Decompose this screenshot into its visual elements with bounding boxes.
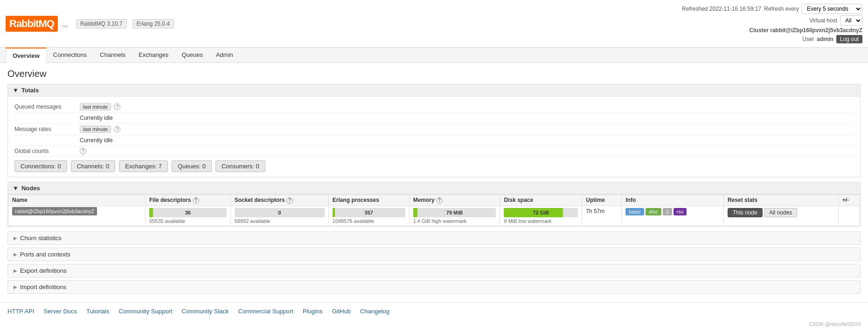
memory-help[interactable]: ?: [436, 197, 443, 204]
rabbitmq-version: RabbitMQ 3.10.7: [76, 19, 127, 28]
collapsible-header[interactable]: ▶ Import definitions: [8, 281, 860, 293]
collapsible-header[interactable]: ▶ Ports and contexts: [8, 248, 860, 261]
queued-messages-value: last minute ?: [80, 103, 120, 111]
table-row: rabbit@iZbp160pvxn2j5vb3acdnyZ 36 65535 …: [8, 206, 860, 226]
collapsible-label: Import definitions: [20, 284, 66, 290]
all-nodes-button[interactable]: All nodes: [764, 208, 797, 217]
socket-desc-value: 0: [278, 210, 281, 215]
node-name: rabbit@iZbp160pvxn2j5vb3acdnyZ: [12, 207, 97, 215]
nav: OverviewConnectionsChannelsExchangesQueu…: [0, 48, 868, 63]
count-buttons: Connections: 0 Channels: 0 Exchanges: 7 …: [14, 160, 854, 172]
nav-tab-admin[interactable]: Admin: [209, 48, 240, 62]
logout-button[interactable]: Log out: [836, 35, 862, 43]
nodes-body: Name File descriptors ? Socket descripto…: [8, 194, 860, 226]
footer-link-tutorials[interactable]: Tutorials: [86, 308, 109, 315]
nodes-header[interactable]: ▼ Nodes: [8, 182, 860, 194]
memory-cell: 79 MiB 1.4 GiB high watermark: [409, 206, 500, 226]
reset-stats-cell: This node All nodes: [723, 206, 838, 226]
refresh-select[interactable]: Every 5 seconds Every 10 seconds Every 3…: [802, 4, 862, 14]
this-node-button[interactable]: This node: [728, 208, 763, 217]
erlang-proc-cell: 357 1048576 available: [328, 206, 409, 226]
currently-idle-row-1: Currently idle: [14, 113, 854, 124]
col-disk: Disk space: [500, 195, 582, 206]
nav-tab-exchanges[interactable]: Exchanges: [132, 48, 175, 62]
footer-link-github[interactable]: GitHub: [332, 308, 351, 315]
disk-cell: 72 GiB 8 MiB low watermark: [500, 206, 582, 226]
col-socket-desc: Socket descriptors ?: [230, 195, 328, 206]
nav-tab-queues[interactable]: Queues: [175, 48, 209, 62]
logo-tm: TM: [62, 24, 68, 29]
collapsible-section-import-definitions: ▶ Import definitions: [7, 280, 861, 294]
collapse-arrow-icon: ▶: [14, 284, 17, 290]
page-title: Overview: [7, 69, 861, 79]
totals-header[interactable]: ▼ Totals: [8, 84, 860, 97]
footer-link-server-docs[interactable]: Server Docs: [44, 308, 77, 315]
memory-value: 79 MiB: [446, 210, 463, 215]
socket-desc-help[interactable]: ?: [286, 197, 293, 204]
collapsible-label: Ports and contexts: [20, 251, 70, 258]
vhost-select[interactable]: All: [840, 15, 862, 26]
queued-messages-help[interactable]: ?: [114, 104, 120, 110]
message-rates-badge: last minute: [80, 125, 111, 133]
col-name: Name: [8, 195, 146, 206]
channels-count-btn[interactable]: Channels: 0: [71, 160, 115, 172]
col-memory: Memory ?: [409, 195, 500, 206]
collapsible-label: Churn statistics: [20, 235, 62, 242]
last-minute-badge: last minute: [80, 103, 111, 111]
file-desc-value: 36: [185, 210, 191, 215]
erlang-proc-available: 1048576 available: [333, 218, 405, 224]
info-badge-disc[interactable]: disc: [646, 208, 661, 215]
queues-count-btn[interactable]: Queues: 0: [172, 160, 212, 172]
collapse-arrow-icon: ▶: [14, 268, 17, 273]
currently-idle-2: Currently idle: [80, 137, 113, 144]
footer: HTTP APIServer DocsTutorialsCommunity Su…: [0, 302, 868, 319]
global-counts-help[interactable]: ?: [80, 148, 86, 154]
col-file-desc: File descriptors ?: [146, 195, 231, 206]
connections-count-btn[interactable]: Connections: 0: [14, 160, 67, 172]
refresh-row: Refreshed 2022-11-16 16:59:17 Refresh ev…: [682, 4, 862, 14]
user-value: admin: [817, 36, 833, 42]
nodes-table: Name File descriptors ? Socket descripto…: [8, 194, 860, 226]
version-info: RabbitMQ 3.10.7 Erlang 25.0.4: [76, 19, 174, 28]
collapsible-section-churn-statistics: ▶ Churn statistics: [7, 231, 861, 245]
footer-link-commercial-support[interactable]: Commercial Support: [238, 308, 294, 315]
message-rates-value: last minute ?: [80, 125, 120, 133]
node-name-cell: rabbit@iZbp160pvxn2j5vb3acdnyZ: [8, 206, 146, 226]
header: RabbitMQ TM RabbitMQ 3.10.7 Erlang 25.0.…: [0, 0, 868, 48]
file-desc-help[interactable]: ?: [193, 197, 199, 204]
arrow-icon: ▼: [13, 87, 19, 94]
exchanges-count-btn[interactable]: Exchanges: 7: [119, 160, 168, 172]
nav-tab-channels[interactable]: Channels: [93, 48, 132, 62]
collapsible-sections: ▶ Churn statistics ▶ Ports and contexts …: [7, 231, 861, 294]
footer-link-changelog[interactable]: Changelog: [360, 308, 389, 315]
footer-link-plugins[interactable]: Plugins: [303, 308, 323, 315]
logo-rabbit: Rabbit: [9, 18, 38, 29]
currently-idle-row-2: Currently idle: [14, 135, 854, 146]
info-badge-basic[interactable]: basic: [625, 208, 644, 215]
nav-tab-overview[interactable]: Overview: [6, 48, 47, 63]
global-counts-label: Global counts: [14, 148, 80, 154]
info-badge-rss[interactable]: rss: [674, 208, 687, 215]
cluster-value: rabbit@iZbp160pvxn2j5vb3acdnyZ: [770, 27, 862, 34]
nodes-arrow-icon: ▼: [13, 185, 19, 192]
user-row: User admin Log out: [802, 35, 862, 43]
footer-link-community-slack[interactable]: Community Slack: [181, 308, 229, 315]
totals-label: Totals: [21, 87, 39, 94]
info-badge-1[interactable]: 1: [663, 208, 672, 215]
footer-link-community-support[interactable]: Community Support: [118, 308, 172, 315]
collapsible-header[interactable]: ▶ Export definitions: [8, 264, 860, 277]
col-plusminus[interactable]: +/-: [838, 195, 860, 206]
logo-area: RabbitMQ TM: [6, 16, 68, 32]
erlang-proc-value: 357: [365, 210, 373, 215]
footer-link-http-api[interactable]: HTTP API: [7, 308, 35, 315]
collapsible-section-ports-and-contexts: ▶ Ports and contexts: [7, 248, 861, 261]
header-right: Refreshed 2022-11-16 16:59:17 Refresh ev…: [682, 4, 862, 43]
rabbit-logo: RabbitMQ: [6, 16, 58, 32]
message-rates-label: Message rates: [14, 126, 80, 132]
message-rates-help[interactable]: ?: [114, 126, 120, 132]
consumers-count-btn[interactable]: Consumers: 0: [215, 160, 265, 172]
collapsible-header[interactable]: ▶ Churn statistics: [8, 232, 860, 244]
file-desc-cell: 36 65535 available: [146, 206, 231, 226]
nav-tab-connections[interactable]: Connections: [47, 48, 93, 62]
socket-desc-cell: 0 58892 available: [230, 206, 328, 226]
